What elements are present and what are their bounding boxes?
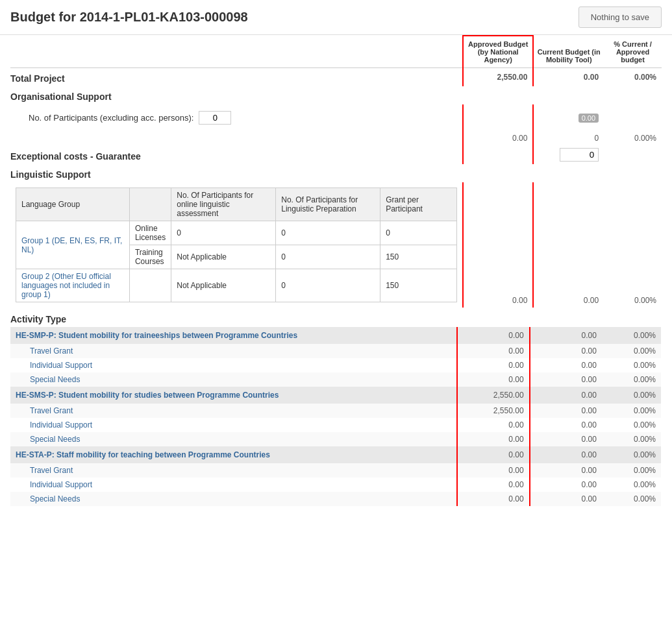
- activity-header-current: 0.00: [530, 387, 602, 404]
- total-project-label: Total Project: [10, 68, 463, 87]
- sub-activity-row: Individual Support0.000.000.00%: [10, 478, 661, 492]
- ling-header-row: Language Group No. Of Participants for o…: [16, 188, 457, 221]
- ling-prep-g1-training: 0: [276, 245, 380, 269]
- ling-col-online: No. Of Participants for online linguisti…: [171, 188, 276, 221]
- sub-activity-current: 0.00: [530, 492, 602, 506]
- sub-activity-current: 0.00: [530, 432, 602, 446]
- col-approved-header: Approved Budget (by National Agency): [463, 36, 533, 68]
- org-percent-empty: [604, 104, 662, 131]
- org-percent-value: 0.00%: [604, 131, 662, 145]
- activity-header-current: 0.00: [530, 327, 602, 344]
- org-current-value: 0: [533, 131, 604, 145]
- exceptional-percent-empty: [604, 145, 662, 164]
- ling-grant-g2: 150: [380, 269, 457, 302]
- activity-header-label: HE-SMP-P: Student mobility for traineesh…: [10, 327, 457, 344]
- activity-header-label: HE-SMS-P: Student mobility for studies b…: [10, 387, 457, 404]
- sub-activity-row: Special Needs0.000.000.00%: [10, 492, 661, 506]
- save-button[interactable]: Nothing to save: [579, 6, 662, 28]
- activity-header-approved: 2,550.00: [457, 387, 529, 404]
- sub-activity-approved: 0.00: [457, 372, 529, 387]
- sub-activity-percent: 0.00%: [602, 344, 661, 358]
- col-percent-header: % Current / Approved budget: [604, 36, 662, 68]
- ling-grant-g1-training: 150: [380, 245, 457, 269]
- sub-activity-row: Travel Grant0.000.000.00%: [10, 463, 661, 478]
- activity-header-approved: 0.00: [457, 327, 529, 344]
- table-header-row: Approved Budget (by National Agency) Cur…: [10, 36, 662, 68]
- exceptional-current-value: [533, 145, 604, 164]
- sub-activity-row: Special Needs0.000.000.00%: [10, 432, 661, 446]
- activity-header-percent: 0.00%: [602, 387, 661, 404]
- sub-activity-approved: 0.00: [457, 344, 529, 358]
- ling-col-type: [129, 188, 171, 221]
- activity-header-row: HE-SMP-P: Student mobility for traineesh…: [10, 327, 661, 344]
- sub-activity-percent: 0.00%: [602, 404, 661, 418]
- linguistic-table-cell: Language Group No. Of Participants for o…: [10, 182, 463, 308]
- main-content: Approved Budget (by National Agency) Cur…: [0, 35, 672, 516]
- activity-header-row: HE-SMS-P: Student mobility for studies b…: [10, 387, 661, 404]
- sub-activity-approved: 0.00: [457, 492, 529, 506]
- sub-activity-current: 0.00: [530, 372, 602, 387]
- budget-table: Approved Budget (by National Agency) Cur…: [10, 35, 662, 327]
- sub-activity-label: Special Needs: [10, 372, 457, 387]
- page-title: Budget for 2014-1-PL01-KA103-000098: [10, 10, 248, 25]
- ling-current-value: 0.00: [533, 182, 604, 308]
- ling-online-g1-training: Not Applicable: [171, 245, 276, 269]
- linguistic-table: Language Group No. Of Participants for o…: [16, 188, 457, 302]
- ling-col-group: Language Group: [16, 188, 130, 221]
- ling-prep-g2: 0: [276, 269, 380, 302]
- activity-type-header-row: Activity Type: [10, 308, 662, 327]
- ling-col-grant: Grant per Participant: [380, 188, 457, 221]
- activity-types-table: HE-SMP-P: Student mobility for traineesh…: [10, 327, 662, 506]
- activity-header-row: HE-STA-P: Staff mobility for teaching be…: [10, 446, 661, 463]
- org-badge: 0.00: [579, 114, 599, 123]
- sub-activity-approved: 0.00: [457, 478, 529, 492]
- org-approved-empty: [463, 104, 533, 131]
- sub-activity-label: Individual Support: [10, 358, 457, 372]
- sub-activity-label: Individual Support: [10, 478, 457, 492]
- sub-activity-row: Travel Grant2,550.000.000.00%: [10, 404, 661, 418]
- activity-type-section-label: Activity Type: [10, 308, 662, 327]
- sub-activity-percent: 0.00%: [602, 358, 661, 372]
- sub-activity-approved: 2,550.00: [457, 404, 529, 418]
- ling-percent-value: 0.00%: [604, 182, 662, 308]
- total-project-row: Total Project 2,550.00 0.00 0.00%: [10, 68, 662, 87]
- sub-activity-current: 0.00: [530, 463, 602, 478]
- sub-activity-label: Travel Grant: [10, 463, 457, 478]
- linguistic-support-label: Linguistic Support: [10, 164, 662, 182]
- col-current-header: Current Budget (in Mobility Tool): [533, 36, 604, 68]
- total-project-percent: 0.00%: [604, 68, 662, 87]
- sub-activity-label: Special Needs: [10, 492, 457, 506]
- sub-activity-approved: 0.00: [457, 358, 529, 372]
- sub-activity-percent: 0.00%: [602, 478, 661, 492]
- sub-activity-label: Individual Support: [10, 418, 457, 432]
- sub-activity-current: 0.00: [530, 344, 602, 358]
- total-project-current: 0.00: [533, 68, 604, 87]
- sub-activity-percent: 0.00%: [602, 372, 661, 387]
- total-project-approved: 2,550.00: [463, 68, 533, 87]
- exceptional-costs-input[interactable]: [560, 148, 599, 162]
- ling-row-g2: Group 2 (Other EU official languages not…: [16, 269, 457, 302]
- org-support-label: Organisational Support: [10, 86, 662, 104]
- col-label-header: [10, 36, 463, 68]
- org-badge-cell: 0.00: [533, 104, 604, 131]
- ling-row-g1-online: Group 1 (DE, EN, ES, FR, IT, NL) Online …: [16, 221, 457, 245]
- org-support-participants-row: No. of Participants (excluding acc. pers…: [10, 104, 662, 131]
- sub-activity-current: 0.00: [530, 358, 602, 372]
- linguistic-support-title-row: Linguistic Support: [10, 164, 662, 182]
- activity-container: HE-SMP-P: Student mobility for traineesh…: [10, 327, 662, 506]
- sub-activity-label: Travel Grant: [10, 404, 457, 418]
- sub-activity-label: Special Needs: [10, 432, 457, 446]
- sub-activity-row: Special Needs0.000.000.00%: [10, 372, 661, 387]
- participants-container: No. of Participants (excluding acc. pers…: [16, 107, 457, 128]
- org-support-spacer: [10, 131, 463, 145]
- activity-header-approved: 0.00: [457, 446, 529, 463]
- sub-activity-percent: 0.00%: [602, 432, 661, 446]
- sub-activity-current: 0.00: [530, 404, 602, 418]
- participants-input[interactable]: [199, 111, 231, 125]
- ling-type-training: Training Courses: [129, 245, 171, 269]
- sub-activity-percent: 0.00%: [602, 492, 661, 506]
- activity-header-percent: 0.00%: [602, 446, 661, 463]
- org-support-title-row: Organisational Support: [10, 86, 662, 104]
- ling-col-prep: No. Of Participants for Linguistic Prepa…: [276, 188, 380, 221]
- sub-activity-approved: 0.00: [457, 463, 529, 478]
